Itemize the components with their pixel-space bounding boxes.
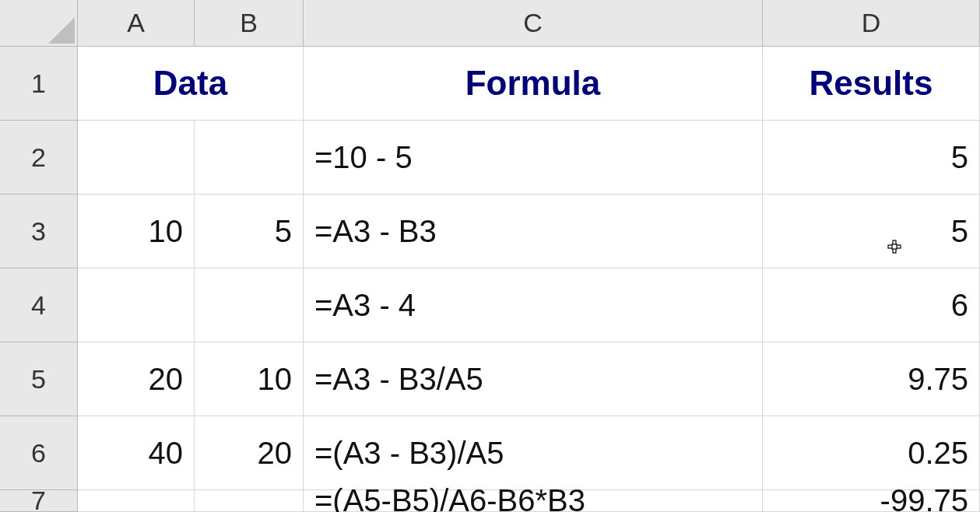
- row-header-1[interactable]: 1: [0, 47, 78, 121]
- cell-D7[interactable]: -99.75: [763, 490, 980, 512]
- cell-A5[interactable]: 20: [78, 342, 195, 416]
- cell-C5[interactable]: =A3 - B3/A5: [304, 342, 763, 416]
- cell-B7[interactable]: [195, 490, 304, 512]
- cell-C7[interactable]: =(A5-B5)/A6-B6*B3: [304, 490, 763, 512]
- cell-A2[interactable]: [78, 121, 195, 195]
- cell-A3[interactable]: 10: [78, 195, 195, 268]
- cell-D2[interactable]: 5: [763, 121, 980, 195]
- cell-A4[interactable]: [78, 268, 195, 342]
- cell-C3[interactable]: =A3 - B3: [304, 195, 763, 268]
- select-all-triangle-icon: [47, 16, 76, 44]
- cell-D6[interactable]: 0.25: [763, 416, 980, 490]
- cell-C4[interactable]: =A3 - 4: [304, 268, 763, 342]
- cell-D5[interactable]: 9.75: [763, 342, 980, 416]
- cell-B5[interactable]: 10: [195, 342, 304, 416]
- cell-A7[interactable]: [78, 490, 195, 512]
- col-header-D[interactable]: D: [763, 0, 980, 47]
- select-all-corner[interactable]: [0, 0, 78, 47]
- row-header-3[interactable]: 3: [0, 195, 78, 268]
- cell-B3[interactable]: 5: [195, 195, 304, 268]
- spreadsheet-grid: A B C D 1 Data Formula Results 2 =10 - 5…: [0, 0, 980, 512]
- header-results[interactable]: Results: [763, 47, 980, 121]
- cell-C2[interactable]: =10 - 5: [304, 121, 763, 195]
- svg-marker-0: [48, 17, 75, 44]
- col-header-B[interactable]: B: [195, 0, 304, 47]
- row-header-2[interactable]: 2: [0, 121, 78, 195]
- cell-C6[interactable]: =(A3 - B3)/A5: [304, 416, 763, 490]
- header-data[interactable]: Data: [78, 47, 304, 121]
- row-header-5[interactable]: 5: [0, 342, 78, 416]
- cell-B6[interactable]: 20: [195, 416, 304, 490]
- header-formula[interactable]: Formula: [304, 47, 763, 121]
- col-header-C[interactable]: C: [304, 0, 763, 47]
- cell-D4[interactable]: 6: [763, 268, 980, 342]
- col-header-A[interactable]: A: [78, 0, 195, 47]
- row-header-7[interactable]: 7: [0, 490, 78, 512]
- cell-B4[interactable]: [195, 268, 304, 342]
- row-header-4[interactable]: 4: [0, 268, 78, 342]
- cell-D3[interactable]: 5: [763, 195, 980, 268]
- row-header-6[interactable]: 6: [0, 416, 78, 490]
- cell-B2[interactable]: [195, 121, 304, 195]
- cell-A6[interactable]: 40: [78, 416, 195, 490]
